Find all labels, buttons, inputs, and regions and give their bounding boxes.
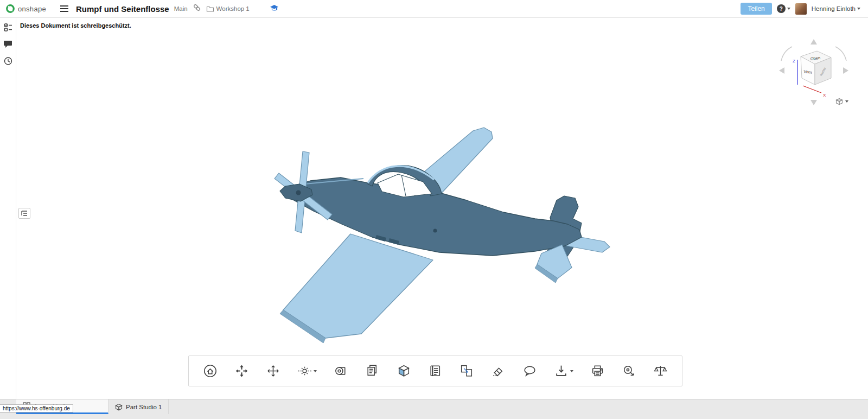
named-views-button[interactable]	[363, 362, 381, 380]
copy-view-icon	[459, 364, 474, 378]
document-title: Rumpf und Seitenflosse	[76, 4, 169, 14]
link-icon[interactable]	[193, 3, 201, 14]
named-views-icon	[365, 364, 380, 378]
download-button[interactable]	[552, 362, 575, 380]
left-sidebar	[0, 18, 16, 399]
view-orientation-button[interactable]	[296, 362, 318, 380]
mass-properties-button[interactable]	[652, 362, 669, 380]
printer-icon	[590, 364, 605, 378]
main-menu-icon[interactable]	[59, 4, 70, 14]
copy-view-button[interactable]	[458, 362, 476, 380]
folder-label: Workshop 1	[216, 5, 250, 12]
tab-label: Part Studio 1	[126, 404, 162, 410]
measure-button[interactable]	[620, 362, 638, 380]
help-icon: ?	[777, 4, 786, 13]
share-button[interactable]: Teilen	[741, 3, 771, 15]
axis-z-label: Z	[793, 59, 795, 64]
isometric-view-button[interactable]	[395, 362, 413, 380]
isometric-cube-icon	[397, 364, 411, 378]
checklist-icon	[3, 22, 13, 32]
balance-scale-icon	[653, 364, 668, 378]
user-name: Henning Einloth	[812, 5, 856, 12]
axis-x-label: X	[823, 93, 826, 98]
chevron-down-icon	[570, 370, 573, 372]
part-studio-icon	[115, 403, 123, 411]
home-icon	[203, 364, 218, 378]
folder-icon	[206, 5, 214, 12]
chevron-down-icon	[845, 100, 848, 103]
help-menu[interactable]: ?	[777, 4, 790, 13]
comment-bubble-icon	[522, 364, 537, 378]
status-link-url: https://www.hs-offenburg.de	[0, 404, 73, 412]
tab-bar: Assembly 1 Part Studio 1	[0, 399, 868, 419]
move-button[interactable]	[264, 362, 282, 380]
pan-icon	[234, 364, 249, 378]
view-orientation-icon	[297, 364, 312, 378]
document-list-icon	[428, 364, 443, 378]
plane-hole	[433, 229, 437, 233]
viewcube-settings-button[interactable]	[835, 98, 848, 105]
move-icon	[266, 364, 280, 378]
viewcube-arrow-up	[810, 39, 817, 45]
top-bar: onshape Rumpf und Seitenflosse Main Work…	[0, 0, 868, 18]
view-cube[interactable]: Z X Oben Vorn Rechts	[776, 37, 852, 107]
download-icon	[554, 364, 569, 378]
cube-icon	[835, 98, 843, 105]
readonly-banner: Dieses Dokument ist schreibgeschützt.	[20, 22, 131, 29]
tape-measure-icon	[622, 364, 636, 378]
erase-button[interactable]	[489, 362, 507, 380]
document-list-button[interactable]	[426, 362, 444, 380]
comment-button[interactable]	[521, 362, 539, 380]
user-menu[interactable]: Henning Einloth	[812, 5, 860, 12]
avatar[interactable]	[795, 3, 807, 15]
airplane-model[interactable]	[260, 122, 618, 345]
section-view-icon	[334, 364, 348, 378]
section-view-button[interactable]	[332, 362, 350, 380]
chevron-down-icon	[787, 8, 790, 10]
onshape-brand[interactable]: onshape	[5, 4, 46, 14]
feature-list-icon	[21, 210, 28, 217]
model-canvas[interactable]: Dieses Dokument ist schreibgeschützt.	[16, 18, 868, 399]
print-button[interactable]	[589, 362, 607, 380]
comment-icon	[3, 39, 13, 49]
pan-button[interactable]	[233, 362, 251, 380]
viewcube-arrow-right	[843, 67, 848, 74]
onshape-logo-icon	[5, 4, 15, 14]
education-badge-icon	[270, 4, 279, 14]
comments-panel-button[interactable]	[2, 38, 14, 50]
eraser-icon	[491, 364, 506, 378]
plane-left-wing	[283, 234, 433, 338]
brand-wordmark: onshape	[18, 5, 46, 13]
document-tabs: Assembly 1 Part Studio 1	[16, 399, 868, 414]
header-right-cluster: Teilen ? Henning Einloth	[741, 3, 863, 15]
feature-list-toggle[interactable]	[18, 208, 30, 219]
history-panel-button[interactable]	[2, 55, 14, 67]
workspace-label[interactable]: Main	[174, 5, 188, 12]
breadcrumb[interactable]: Workshop 1	[206, 5, 250, 12]
checklist-panel-button[interactable]	[2, 21, 14, 33]
tab-part-studio-1[interactable]: Part Studio 1	[108, 399, 169, 414]
chevron-down-icon	[857, 8, 860, 10]
history-clock-icon	[3, 56, 13, 66]
viewcube-arrow-down	[810, 100, 817, 105]
view-toolbar	[188, 355, 682, 386]
viewcube-arrow-left	[779, 67, 784, 74]
chevron-down-icon	[314, 370, 317, 372]
home-view-button[interactable]	[201, 362, 219, 380]
